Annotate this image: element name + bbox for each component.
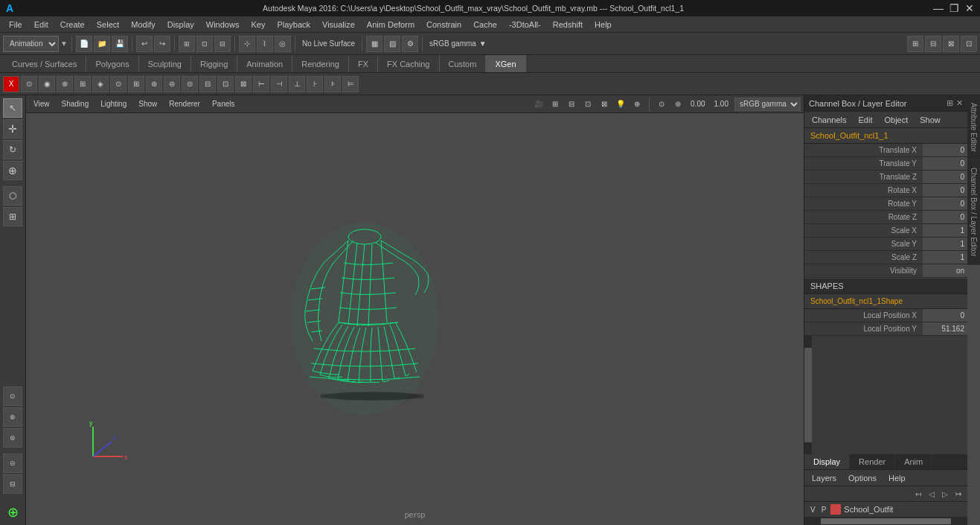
vp-grid-icon[interactable]: ⊞ [548, 98, 562, 111]
channel-value-input[interactable] [923, 211, 967, 223]
channel-value-input[interactable] [923, 224, 967, 237]
shelf-icon-15[interactable]: ⊢ [253, 76, 269, 92]
channel-box-icon[interactable]: ⊠ [943, 36, 959, 52]
menubar-item-create[interactable]: Create [54, 19, 91, 31]
layer-nav-prev[interactable]: ◁ [926, 488, 938, 500]
select-by-component-icon[interactable]: ⊟ [214, 36, 231, 52]
shelf-icon-13[interactable]: ⊡ [217, 76, 234, 92]
shelf-icon-10[interactable]: ⊜ [164, 76, 180, 92]
object-menu[interactable]: Object [880, 114, 912, 126]
snap-to-grid-icon[interactable]: ⊹ [239, 36, 255, 52]
panels-icon[interactable]: ⊞ [907, 36, 923, 52]
channel-value-input[interactable] [923, 157, 967, 170]
close-panel-icon[interactable]: ✕ [956, 98, 963, 108]
edit-menu[interactable]: Edit [854, 114, 877, 126]
gamma-dropdown-arrow[interactable]: ▼ [479, 39, 487, 48]
channel-value-input[interactable] [923, 264, 967, 277]
render-tab[interactable]: Render [850, 454, 895, 469]
shelf-icon-19[interactable]: ⊧ [324, 76, 341, 92]
shelf-icon-16[interactable]: ⊣ [271, 76, 287, 92]
viewport-canvas[interactable]: x y z persp [26, 113, 804, 525]
menubar-item-constrain[interactable]: Constrain [420, 19, 467, 31]
shelf-tab-fx-caching[interactable]: FX Caching [378, 55, 439, 72]
vp-lighting-icon[interactable]: 💡 [614, 98, 627, 111]
view-menu[interactable]: View [29, 98, 54, 109]
shelf-tab-rigging[interactable]: Rigging [191, 55, 237, 72]
menubar-item-modify[interactable]: Modify [125, 19, 161, 31]
vp-camera-icon[interactable]: 🎥 [532, 98, 545, 111]
rotate-tool-icon[interactable]: ↻ [3, 140, 22, 159]
menubar-item---dtoall-[interactable]: -3DtoAll- [503, 19, 547, 31]
anim-tab[interactable]: Anim [895, 454, 932, 469]
shelf-icon-9[interactable]: ⊛ [146, 76, 162, 92]
camera-tumble-icon[interactable]: ⊙ [3, 386, 22, 406]
channel-value-input[interactable] [923, 144, 967, 156]
move-tool-icon[interactable]: ✛ [3, 119, 22, 139]
menubar-item-playback[interactable]: Playback [271, 19, 316, 31]
shelf-icon-5[interactable]: ⊞ [74, 76, 91, 92]
renderer-menu[interactable]: Renderer [164, 98, 205, 109]
menubar-item-key[interactable]: Key [245, 19, 271, 31]
shelf-tab-fx[interactable]: FX [349, 55, 378, 72]
layer-nav-last[interactable]: ↦ [952, 488, 964, 500]
layer-playback-btn[interactable]: P [820, 506, 828, 514]
color-space-dropdown[interactable]: sRGB gamma [734, 98, 801, 111]
menubar-item-edit[interactable]: Edit [28, 19, 54, 31]
minimize-button[interactable]: — [933, 2, 944, 14]
lighting-menu[interactable]: Lighting [96, 98, 131, 109]
shelf-icon-2[interactable]: ⊙ [21, 76, 37, 92]
quad-switch-icon[interactable]: ⊝ [3, 454, 22, 473]
shelf-icon-14[interactable]: ⊠ [235, 76, 252, 92]
attribute-editor-tab[interactable]: Attribute Editor [967, 95, 980, 160]
shelf-icon-1[interactable]: X [3, 76, 19, 92]
undo-icon[interactable]: ↩ [136, 36, 153, 52]
show-menu[interactable]: Show [915, 114, 945, 126]
channel-scroll-thumb[interactable] [804, 348, 812, 442]
shape-channel-value-input[interactable] [923, 322, 967, 335]
panels-menu[interactable]: Panels [208, 98, 240, 109]
shelf-tab-animation[interactable]: Animation [237, 55, 292, 72]
menubar-item-select[interactable]: Select [91, 19, 126, 31]
channel-box-layer-tab[interactable]: Channel Box / Layer Editor [967, 160, 980, 265]
shelf-icon-7[interactable]: ⊙ [110, 76, 126, 92]
shelf-tab-curves---surfaces[interactable]: Curves / Surfaces [3, 55, 86, 72]
vp-wireframe-icon[interactable]: ⊟ [565, 98, 578, 111]
show-menu[interactable]: Show [134, 98, 161, 109]
menubar-item-file[interactable]: File [3, 19, 28, 31]
shelf-icon-17[interactable]: ⊥ [289, 76, 305, 92]
camera-dolly-icon[interactable]: ⊜ [3, 428, 22, 448]
shelf-icon-18[interactable]: ⊦ [307, 76, 323, 92]
select-tool-icon[interactable]: ↖ [3, 98, 22, 118]
shelf-icon-8[interactable]: ⊞ [128, 76, 144, 92]
shelf-icon-11[interactable]: ⊝ [182, 76, 198, 92]
select-by-object-type-icon[interactable]: ⊡ [196, 36, 213, 52]
help-menu[interactable]: Help [884, 472, 910, 484]
show-manipulator-icon[interactable]: ⊞ [3, 207, 22, 226]
shelf-icon-3[interactable]: ◉ [39, 76, 55, 92]
channels-menu[interactable]: Channels [807, 114, 851, 126]
layer-nav-next[interactable]: ▷ [939, 488, 951, 500]
save-scene-icon[interactable]: 💾 [112, 36, 128, 52]
viewport[interactable]: View Shading Lighting Show Renderer Pane… [26, 95, 804, 525]
menubar-item-anim-deform[interactable]: Anim Deform [361, 19, 420, 31]
vp-shaded-icon[interactable]: ⊡ [581, 98, 595, 111]
shelf-icon-20[interactable]: ⊨ [342, 76, 359, 92]
render-icon[interactable]: ▦ [366, 36, 382, 52]
channel-value-input[interactable] [923, 197, 967, 210]
ipr-icon[interactable]: ▨ [384, 36, 400, 52]
layer-scroll-thumb[interactable] [821, 518, 951, 524]
vp-resolution-icon[interactable]: ⊙ [655, 98, 668, 111]
options-menu[interactable]: Options [844, 472, 881, 484]
workspace-dropdown[interactable]: Animation [3, 36, 59, 52]
layer-visibility-btn[interactable]: V [809, 506, 817, 514]
channel-scrollbar[interactable] [804, 336, 812, 454]
shelf-icon-4[interactable]: ⊕ [57, 76, 73, 92]
snap-to-curve-icon[interactable]: ⌇ [257, 36, 273, 52]
shelf-icon-6[interactable]: ◈ [92, 76, 109, 92]
open-scene-icon[interactable]: 📁 [94, 36, 110, 52]
channel-value-input[interactable] [923, 251, 967, 264]
shelf-tab-custom[interactable]: Custom [440, 55, 487, 72]
hotbox-icon[interactable]: ⊟ [3, 474, 22, 494]
vp-hud-icon[interactable]: ⊛ [671, 98, 685, 111]
shelf-tab-xgen[interactable]: XGen [486, 55, 525, 72]
